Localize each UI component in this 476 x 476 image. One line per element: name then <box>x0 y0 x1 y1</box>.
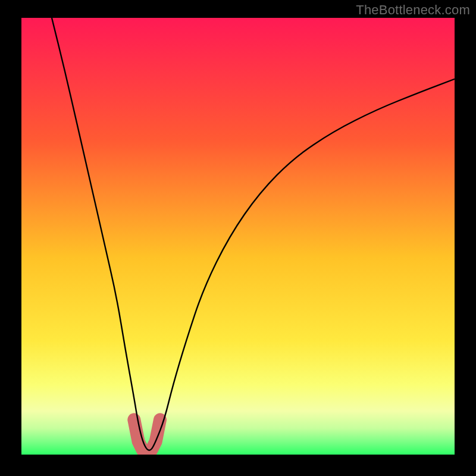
plot-area <box>21 18 455 455</box>
watermark-text: TheBottleneck.com <box>356 2 470 18</box>
chart-svg <box>21 18 455 455</box>
gradient-background <box>21 18 455 455</box>
chart-frame: TheBottleneck.com <box>0 0 476 476</box>
